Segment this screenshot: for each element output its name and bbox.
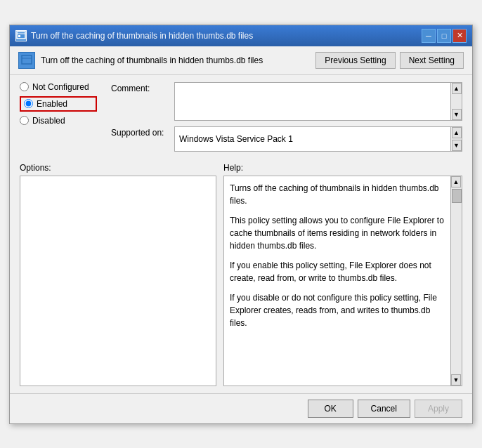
- footer: OK Cancel Apply: [10, 393, 472, 423]
- help-scroll-up[interactable]: ▲: [451, 176, 461, 187]
- apply-button[interactable]: Apply: [415, 400, 462, 418]
- supported-field-wrapper: Windows Vista Service Pack 1 ▲ ▼: [174, 126, 462, 152]
- comment-field-wrapper: ▲ ▼: [174, 82, 462, 121]
- help-box: Turns off the caching of thumbnails in h…: [223, 176, 451, 386]
- next-setting-button[interactable]: Next Setting: [400, 52, 464, 69]
- maximize-button[interactable]: □: [437, 29, 451, 43]
- options-label: Options:: [20, 163, 216, 173]
- header-left: Turn off the caching of thumbnails in hi…: [18, 52, 315, 69]
- header-buttons: Previous Setting Next Setting: [315, 52, 464, 69]
- svg-rect-2: [18, 35, 20, 37]
- help-paragraph-2: This policy setting allows you to config…: [230, 214, 445, 252]
- main-window: Turn off the caching of thumbnails in hi…: [9, 25, 473, 424]
- enabled-radio[interactable]: [24, 99, 33, 108]
- help-scrollbar[interactable]: ▲ ▼: [451, 176, 462, 386]
- svg-rect-5: [23, 60, 26, 62]
- disabled-label: Disabled: [32, 116, 65, 126]
- help-label: Help:: [223, 163, 462, 173]
- comment-label: Comment:: [111, 82, 174, 93]
- header-bar: Turn off the caching of thumbnails in hi…: [10, 46, 472, 75]
- ok-button[interactable]: OK: [308, 400, 353, 418]
- title-bar-left: Turn off the caching of thumbnails in hi…: [15, 30, 253, 41]
- minimize-button[interactable]: ─: [422, 29, 436, 43]
- help-paragraph-3: If you enable this policy setting, File …: [230, 259, 445, 284]
- supported-value-text: Windows Vista Service Pack 1: [179, 134, 293, 144]
- cancel-button[interactable]: Cancel: [358, 400, 410, 418]
- window-title: Turn off the caching of thumbnails in hi…: [31, 31, 253, 41]
- enabled-label: Enabled: [37, 99, 67, 109]
- supported-value-display: Windows Vista Service Pack 1: [174, 126, 451, 152]
- supported-scrollbar[interactable]: ▲ ▼: [451, 126, 462, 152]
- main-content: Not Configured Enabled Disabled Comment:: [10, 75, 472, 393]
- help-scroll-down[interactable]: ▼: [451, 374, 461, 386]
- comment-scroll-down[interactable]: ▼: [452, 109, 462, 120]
- disabled-option[interactable]: Disabled: [20, 116, 97, 126]
- help-scroll-track: [451, 204, 462, 374]
- header-policy-icon: [18, 52, 35, 69]
- prev-setting-button[interactable]: Previous Setting: [315, 52, 395, 69]
- fields-area: Comment: ▲ ▼ Supported on: Win: [111, 82, 462, 157]
- window-icon: [15, 30, 27, 41]
- help-paragraph-4: If you disable or do not configure this …: [230, 291, 445, 329]
- two-column-section: Options: Help: Turns off the caching of …: [20, 163, 462, 386]
- help-box-wrapper: Turns off the caching of thumbnails in h…: [223, 176, 462, 386]
- not-configured-option[interactable]: Not Configured: [20, 82, 97, 92]
- close-button[interactable]: ✕: [452, 29, 467, 43]
- config-row: Not Configured Enabled Disabled Comment:: [20, 82, 462, 157]
- header-title: Turn off the caching of thumbnails in hi…: [41, 55, 263, 65]
- comment-scroll-up[interactable]: ▲: [452, 83, 462, 94]
- not-configured-radio[interactable]: [20, 82, 29, 91]
- not-configured-label: Not Configured: [32, 82, 89, 92]
- comment-row: Comment: ▲ ▼: [111, 82, 462, 121]
- options-column: Options:: [20, 163, 216, 386]
- comment-scroll-track: [451, 94, 462, 109]
- help-scroll-thumb[interactable]: [452, 189, 462, 203]
- radio-group: Not Configured Enabled Disabled: [20, 82, 97, 157]
- svg-rect-0: [17, 32, 25, 39]
- supported-scroll-up[interactable]: ▲: [452, 127, 462, 138]
- supported-scroll-down[interactable]: ▼: [452, 140, 462, 151]
- help-paragraph-1: Turns off the caching of thumbnails in h…: [230, 182, 445, 207]
- options-box: [20, 176, 216, 386]
- title-controls: ─ □ ✕: [422, 29, 467, 43]
- supported-row: Supported on: Windows Vista Service Pack…: [111, 126, 462, 152]
- help-column: Help: Turns off the caching of thumbnail…: [223, 163, 462, 386]
- supported-label: Supported on:: [111, 126, 174, 138]
- enabled-option[interactable]: Enabled: [20, 96, 97, 112]
- comment-scrollbar[interactable]: ▲ ▼: [451, 82, 462, 121]
- title-bar: Turn off the caching of thumbnails in hi…: [10, 25, 472, 46]
- comment-input[interactable]: [174, 82, 451, 121]
- disabled-radio[interactable]: [20, 116, 29, 125]
